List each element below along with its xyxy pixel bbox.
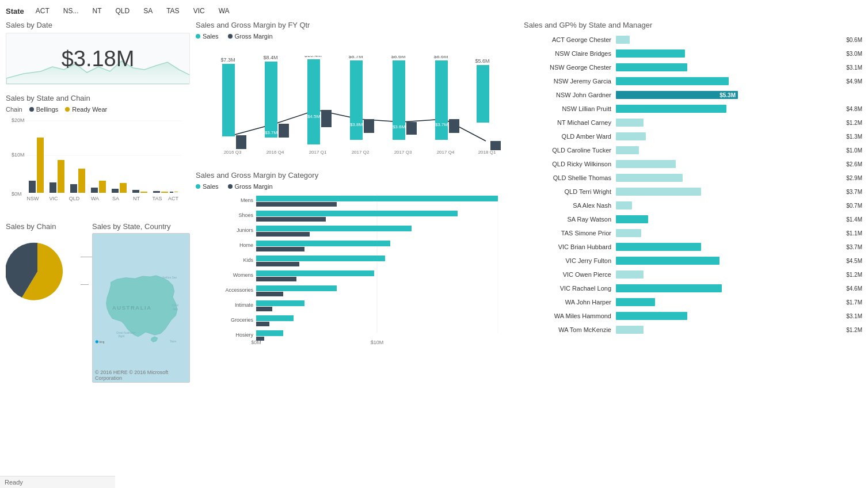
gp-label-vic-brian: VIC Brian Hubbard: [524, 243, 616, 250]
svg-rect-18: [140, 192, 147, 193]
gp-value-qld-caroline: $1.0M: [846, 147, 862, 154]
svg-text:Coral: Coral: [172, 304, 179, 307]
bellings-label: Bellings: [36, 106, 59, 113]
svg-rect-49: [279, 124, 289, 138]
svg-text:NSW: NSW: [27, 196, 40, 201]
pie-wrapper: Bellings Ready Wear: [6, 234, 86, 311]
svg-text:Hosiery: Hosiery: [235, 332, 253, 338]
gp-label-nt-michael: NT Michael Carney: [524, 119, 616, 126]
svg-rect-16: [120, 183, 127, 193]
gp-value-qld-shellie: $2.9M: [846, 175, 862, 181]
sales-date-chart: $3.18M: [6, 33, 190, 85]
svg-text:WA: WA: [91, 196, 99, 201]
gp-label-nsw-claire: NSW Claire Bridges: [524, 50, 616, 57]
svg-text:$7.3M: $7.3M: [220, 57, 235, 63]
gp-bar-vic-owen: [616, 270, 844, 279]
state-btn-ns[interactable]: NS...: [61, 6, 81, 16]
gp-label-tas-simone: TAS Simone Prior: [524, 230, 616, 237]
svg-text:$4.5M: $4.5M: [307, 114, 321, 119]
gp-value-wa-john: $1.7M: [846, 299, 862, 306]
australia-map-svg: AUSTRALIA Arafura Sea Coral Sea Great Au…: [93, 234, 189, 382]
state-btn-sa[interactable]: SA: [141, 6, 155, 16]
svg-text:Kids: Kids: [243, 257, 253, 263]
gp-bar-nsw-lillian: [616, 105, 844, 113]
svg-rect-97: [256, 285, 337, 291]
gp-bar-qld-caroline: [616, 146, 844, 154]
svg-rect-13: [91, 188, 98, 193]
gp-label-wa-miles: WA Miles Hammond: [524, 312, 616, 319]
gp-row-nsw-george: NSW George Chester $3.1M: [524, 62, 862, 73]
gp-bar-fill-nsw-jeremy: [616, 77, 729, 85]
svg-text:Shoes: Shoes: [238, 212, 253, 218]
svg-text:SA: SA: [112, 196, 119, 201]
category-svg: Mens Shoes Juniors Home: [196, 195, 518, 344]
gp-row-qld-shellie: QLD Shellie Thomas $2.9M: [524, 172, 862, 184]
gp-label-nsw-john: NSW John Gardner: [524, 92, 616, 98]
gp-value-qld-terri: $3.7M: [846, 189, 862, 195]
svg-rect-104: [256, 322, 269, 326]
state-chain-chart: $20M $10M $0M: [6, 115, 190, 213]
gp-value-nsw-jeremy: $4.9M: [846, 78, 862, 85]
state-btn-vic[interactable]: VIC: [191, 6, 207, 16]
state-chain-svg: $20M $10M $0M: [6, 115, 190, 213]
gp-value-wa-tom: $1.2M: [846, 327, 862, 333]
chain-label: Chain: [6, 106, 22, 113]
sales-dot: [196, 34, 200, 39]
svg-rect-85: [256, 226, 412, 231]
state-chain-legend: Chain Bellings Ready Wear: [6, 106, 190, 113]
gp-bar-fill-vic-jerry: [616, 257, 719, 265]
state-filter-row: State ACT NS... NT QLD SA TAS VIC WA: [6, 6, 862, 16]
state-btn-tas[interactable]: TAS: [164, 6, 181, 16]
svg-rect-21: [170, 192, 173, 193]
state-btn-wa[interactable]: WA: [216, 6, 232, 16]
svg-text:2016 Q3: 2016 Q3: [224, 150, 242, 155]
svg-rect-86: [256, 232, 310, 237]
gp-bar-inner-value-nsw-john: $5.3M: [719, 92, 736, 98]
gp-row-qld-caroline: QLD Caroline Tucker $1.0M: [524, 144, 862, 156]
svg-text:$3.8M: $3.8M: [350, 122, 363, 127]
sales-by-chain-panel: Sales by Chain: [6, 222, 86, 383]
center-column: Sales and Gross Margin by FY Qtr Sales G…: [196, 21, 518, 383]
gp-bar-fill-wa-tom: [616, 326, 644, 334]
gp-bar-nsw-claire: [616, 49, 844, 58]
gp-row-vic-brian: VIC Brian Hubbard $3.7M: [524, 241, 862, 253]
svg-rect-92: [256, 262, 299, 266]
svg-text:$10M: $10M: [12, 152, 25, 158]
svg-text:Womens: Womens: [233, 272, 254, 278]
svg-text:$2.4M: $2.4M: [477, 140, 490, 145]
gp-bar-fill-qld-caroline: [616, 146, 639, 154]
map-credits: © 2016 HERE © 2016 Microsoft Corporation: [95, 369, 189, 381]
state-btn-nt[interactable]: NT: [90, 6, 104, 16]
gp-bar-qld-amber: [616, 132, 844, 140]
gp-value-vic-rachael: $4.6M: [846, 285, 862, 292]
svg-rect-98: [256, 292, 283, 296]
gp-value-wa-miles: $3.1M: [846, 313, 862, 319]
svg-rect-9: [50, 182, 56, 193]
svg-text:$3.7M: $3.7M: [265, 130, 278, 135]
gp-chart-title: Sales and GP% by State and Manager: [524, 21, 862, 29]
svg-rect-14: [99, 181, 106, 193]
svg-text:Groceries: Groceries: [231, 317, 254, 323]
svg-rect-79: [256, 196, 498, 201]
gp-label-vic-owen: VIC Owen Pierce: [524, 271, 616, 278]
svg-rect-15: [112, 189, 119, 193]
state-btn-qld[interactable]: QLD: [113, 6, 132, 16]
svg-rect-44: [236, 135, 246, 149]
gp-bar-fill-vic-owen: [616, 270, 644, 279]
svg-rect-42: [222, 64, 235, 136]
gp-row-qld-ricky: QLD Ricky Wilkinson $2.6M: [524, 158, 862, 170]
gp-bar-vic-brian: [616, 243, 844, 251]
gp-bar-sa-alex: [616, 201, 844, 209]
gp-value-sa-alex: $0.7M: [846, 203, 862, 209]
svg-text:QLD: QLD: [69, 196, 80, 201]
svg-rect-80: [256, 202, 337, 207]
gp-bar-qld-ricky: [616, 160, 844, 168]
gp-label-qld-ricky: QLD Ricky Wilkinson: [524, 161, 616, 167]
state-btn-act[interactable]: ACT: [33, 6, 52, 16]
svg-rect-11: [70, 184, 77, 193]
svg-text:ACT: ACT: [168, 196, 179, 201]
svg-text:$2.9M: $2.9M: [222, 137, 235, 142]
svg-rect-103: [256, 315, 294, 321]
svg-rect-101: [256, 307, 272, 311]
gp-value-nt-michael: $1.2M: [846, 120, 862, 126]
